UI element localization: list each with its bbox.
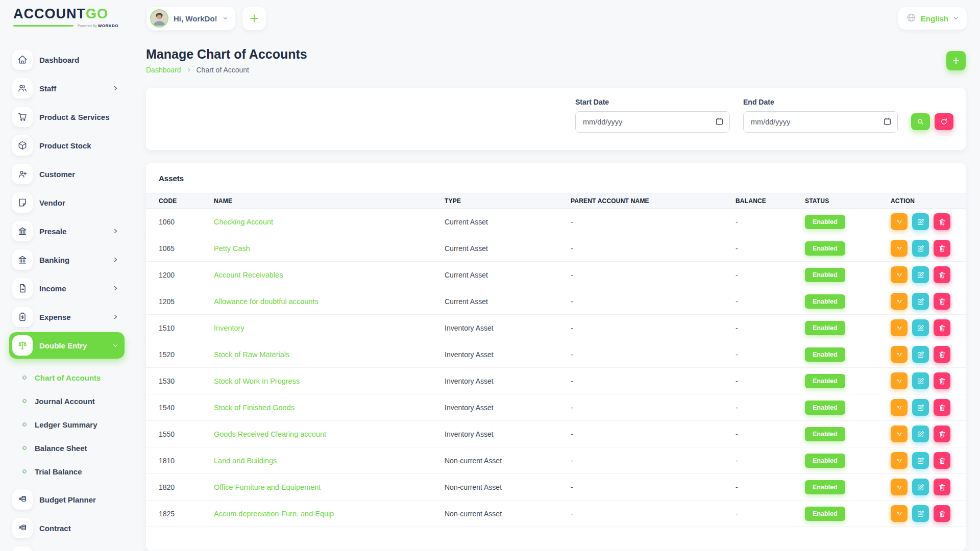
edit-button[interactable] [912,240,929,257]
transactions-button[interactable] [891,479,908,495]
trash-icon [938,244,946,253]
end-date-input[interactable] [743,111,898,133]
transactions-button[interactable] [891,425,908,442]
delete-button[interactable] [934,372,950,389]
account-name-link[interactable]: Stock of Work In Progress [214,377,300,385]
delete-button[interactable] [934,505,950,522]
breadcrumb-home-link[interactable]: Dashboard [146,66,181,74]
user-plus-icon [12,164,33,184]
account-name-link[interactable]: Stock of Finished Goods [214,404,295,412]
sidebar-item-product-stock[interactable]: Product Stock [9,132,125,159]
sidebar-item-contract[interactable]: Contract [9,515,125,541]
edit-icon [917,377,925,385]
language-selector[interactable]: English [898,7,967,30]
status-badge[interactable]: Enabled [805,507,845,521]
sidebar-item-double-entry[interactable]: Double Entry [9,332,125,359]
reset-button[interactable] [935,113,953,130]
sidebar-item-product-services[interactable]: Product & Services [9,104,125,130]
parent-account-name: - [571,474,736,500]
delete-button[interactable] [934,425,950,442]
edit-button[interactable] [912,479,929,495]
status-badge[interactable]: Enabled [805,347,845,362]
account-name-link[interactable]: Office Furniture and Equipement [214,483,321,491]
account-name-link[interactable]: Goods Received Clearing account [214,430,326,438]
delete-button[interactable] [934,479,950,495]
transactions-button[interactable] [891,452,908,469]
edit-button[interactable] [912,452,929,469]
trash-icon [938,297,946,306]
account-name-link[interactable]: Land and Buildings [214,457,277,465]
edit-button[interactable] [912,293,929,310]
transactions-button[interactable] [891,266,908,283]
edit-button[interactable] [912,213,929,230]
transactions-button[interactable] [891,293,908,310]
sidebar-item-banking[interactable]: Banking [9,246,125,273]
parent-account-name: - [571,315,736,341]
transactions-button[interactable] [891,346,908,363]
quick-add-button[interactable] [242,7,266,30]
edit-button[interactable] [912,505,929,522]
sidebar-subitem-trial-balance[interactable]: Trial Balance [9,460,125,483]
delete-button[interactable] [934,399,950,416]
sidebar-subitem-ledger-summary[interactable]: Ledger Summary [9,413,125,436]
row-actions [891,505,962,522]
status-badge[interactable]: Enabled [805,321,845,335]
delete-button[interactable] [934,293,950,310]
sidebar-item-customer[interactable]: Customer [9,161,125,187]
sidebar-subitem-journal-account[interactable]: Journal Account [9,389,125,413]
sidebar-item-dashboard[interactable]: Dashboard [9,46,125,73]
sidebar-item-partial[interactable] [9,543,125,551]
sidebar-item-staff[interactable]: Staff [9,75,125,102]
transactions-button[interactable] [891,240,908,257]
account-type: Current Asset [445,209,571,235]
col-header-balance: BALANCE [736,193,805,209]
edit-button[interactable] [912,372,929,389]
edit-button[interactable] [912,346,929,363]
start-date-input[interactable] [575,111,730,133]
sidebar-item-budget-planner[interactable]: Budget Planner [9,486,125,513]
edit-icon [917,510,925,518]
transactions-button[interactable] [891,372,908,389]
transactions-button[interactable] [891,399,908,416]
user-menu[interactable]: Hi, WorkDo! [147,7,235,30]
brand-logo[interactable]: ACCOUNTGO Powered By WORKDO [9,6,125,28]
sidebar-item-presale[interactable]: Presale [9,218,125,244]
status-badge[interactable]: Enabled [805,268,845,282]
topbar: Hi, WorkDo! English [134,0,980,31]
delete-button[interactable] [934,240,950,257]
transactions-button[interactable] [891,213,908,230]
delete-button[interactable] [934,266,950,283]
status-badge[interactable]: Enabled [805,294,845,309]
sidebar-item-income[interactable]: Income [9,275,125,302]
account-name-link[interactable]: Allowance for doubtful accounts [214,297,318,306]
edit-button[interactable] [912,399,929,416]
create-account-button[interactable] [946,51,966,70]
status-badge[interactable]: Enabled [805,400,845,415]
account-name-link[interactable]: Petty Cash [214,244,250,253]
delete-button[interactable] [934,452,950,469]
search-button[interactable] [911,113,930,130]
account-name-link[interactable]: Account Receivables [214,271,283,279]
sidebar-item-vendor[interactable]: Vendor [9,189,125,216]
transactions-button[interactable] [891,319,908,336]
sidebar-subitem-chart-of-accounts[interactable]: Chart of Accounts [9,366,125,389]
edit-button[interactable] [912,266,929,283]
edit-button[interactable] [912,319,929,336]
edit-button[interactable] [912,425,929,442]
account-name-link[interactable]: Inventory [214,324,244,332]
status-badge[interactable]: Enabled [805,454,845,468]
account-name-link[interactable]: Checking Account [214,218,273,226]
account-name-link[interactable]: Stock of Raw Materials [214,350,289,359]
status-badge[interactable]: Enabled [805,215,845,229]
delete-button[interactable] [934,213,950,230]
sidebar-subitem-balance-sheet[interactable]: Balance Sheet [9,436,125,460]
status-badge[interactable]: Enabled [805,480,845,494]
account-name-link[interactable]: Accum.depreciation-Furn. and Equip [214,510,334,518]
delete-button[interactable] [934,319,950,336]
status-badge[interactable]: Enabled [805,427,845,441]
delete-button[interactable] [934,346,950,363]
status-badge[interactable]: Enabled [805,241,845,256]
transactions-button[interactable] [891,505,908,522]
status-badge[interactable]: Enabled [805,374,845,388]
sidebar-item-expense[interactable]: Expense [9,304,125,330]
